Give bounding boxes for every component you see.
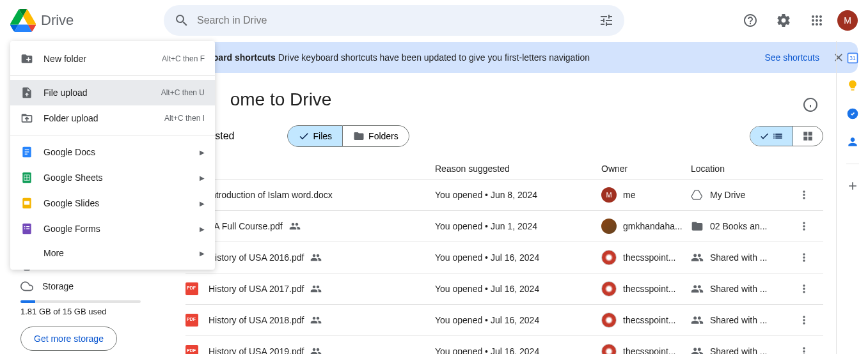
search-bar[interactable] [164,5,624,36]
main-content: WelcWelcome to Driveome to Drive SuggSug… [173,77,836,354]
more-vert-icon [798,189,810,201]
toolbar: SuggSuggestedested Files Folders [185,125,823,147]
menu-google-sheets[interactable]: Google Sheets ▶ [10,165,215,190]
filter-segmented: Files Folders [287,125,409,147]
storage-text: 1.81 GB of 15 GB used [20,307,141,316]
slides-icon [20,197,33,210]
new-context-menu: New folder Alt+C then F File upload Alt+… [10,41,215,270]
info-icon [803,97,818,112]
owner-cell: thecsspoint... [601,344,691,354]
menu-divider [10,135,215,135]
table-row[interactable]: History of USA 2018.pdf You opened • Jul… [185,304,823,335]
location-cell: Shared with ... [691,282,798,295]
docs-icon [20,146,33,158]
keep-icon[interactable] [846,79,859,92]
table-row[interactable]: History of USA 2016.pdf You opened • Jul… [185,242,823,273]
chevron-right-icon: ▶ [200,226,205,233]
sidebar-storage[interactable]: Storage [10,276,151,296]
get-storage-button[interactable]: Get more storage [20,327,117,351]
svg-text:31: 31 [849,55,856,61]
cloud-icon [20,280,33,293]
apps-button[interactable] [804,8,830,33]
svg-rect-17 [26,228,29,229]
table-row[interactable]: PA Full Course.pdf You opened • Jun 1, 2… [185,210,823,242]
contacts-icon[interactable] [846,135,859,148]
owner-avatar [601,281,617,296]
owner-cell: M me [601,187,691,203]
notification-banner: ! Keyboard shortcuts Drive keyboard shor… [173,42,858,73]
menu-folder-upload[interactable]: Folder upload Alt+C then I [10,105,215,131]
user-avatar[interactable]: M [837,10,858,31]
location-cell: Shared with ... [691,251,798,264]
forms-icon [20,222,33,235]
file-name: PA Full Course.pdf [209,221,283,231]
owner-cell: thecsspoint... [601,281,691,296]
location-icon [691,345,704,354]
svg-rect-12 [24,201,29,205]
menu-google-slides[interactable]: Google Slides ▶ [10,190,215,216]
menu-new-folder[interactable]: New folder Alt+C then F [10,46,215,72]
table-row[interactable]: Introduction of Islam word.docx You open… [185,179,823,210]
help-icon [743,13,758,28]
more-vert-icon [798,282,810,295]
help-button[interactable] [738,8,763,33]
side-panel: 31 [836,41,868,354]
col-owner: Owner [601,164,691,174]
filter-folders-button[interactable]: Folders [343,125,409,147]
tasks-icon[interactable] [846,107,859,120]
location-cell: Shared with ... [691,345,798,354]
chevron-right-icon: ▶ [200,149,205,156]
more-actions-button[interactable] [798,189,823,201]
file-name: History of USA 2018.pdf [209,315,304,325]
shared-icon [289,220,301,232]
menu-more[interactable]: More ▶ [10,242,215,265]
folder-upload-icon [20,112,33,125]
more-actions-button[interactable] [798,345,823,354]
more-actions-button[interactable] [798,314,823,327]
list-view-button[interactable] [750,127,793,146]
svg-point-14 [24,226,26,227]
chevron-right-icon: ▶ [200,174,205,181]
logo-area[interactable]: Drive [10,8,164,33]
reason-text: You opened • Jul 16, 2024 [435,346,601,354]
location-icon [691,189,704,201]
page-title: WelcWelcome to Driveome to Drive [191,89,836,110]
list-icon [772,130,784,142]
owner-cell: thecsspoint... [601,250,691,265]
storage-bar [20,300,141,303]
location-icon [691,282,704,295]
more-actions-button[interactable] [798,220,823,233]
details-button[interactable] [798,92,823,118]
shared-icon [310,252,322,263]
table-row[interactable]: History of USA 2019.pdf You opened • Jul… [185,335,823,354]
drive-logo-icon [10,8,36,33]
location-icon [691,220,704,233]
svg-rect-6 [25,154,28,155]
menu-file-upload[interactable]: File upload Alt+C then U [10,80,215,105]
file-table: Reason suggested Owner Location Introduc… [185,158,823,354]
reason-text: You opened • Jun 8, 2024 [435,190,601,200]
calendar-icon[interactable]: 31 [846,51,859,64]
owner-cell: thecsspoint... [601,312,691,328]
owner-avatar [601,250,617,265]
header-right: M [738,8,858,33]
grid-view-button[interactable] [793,127,823,146]
pdf-icon [185,282,198,295]
notification-link[interactable]: See shortcuts [764,52,819,63]
location-cell: My Drive [691,189,798,201]
settings-button[interactable] [771,8,796,33]
menu-google-docs[interactable]: Google Docs ▶ [10,139,215,165]
menu-google-forms[interactable]: Google Forms ▶ [10,216,215,242]
filter-files-button[interactable]: Files [287,125,343,147]
notification-message: Drive keyboard shortcuts have been updat… [278,52,590,63]
search-input[interactable] [197,15,591,26]
table-row[interactable]: History of USA 2017.pdf You opened • Jul… [185,273,823,304]
file-name: History of USA 2017.pdf [209,284,304,294]
more-vert-icon [798,314,810,327]
add-icon[interactable] [846,180,859,192]
location-icon [691,251,704,264]
search-options-icon[interactable] [599,13,614,28]
more-actions-button[interactable] [798,282,823,295]
svg-point-16 [24,228,26,229]
more-actions-button[interactable] [798,251,823,264]
